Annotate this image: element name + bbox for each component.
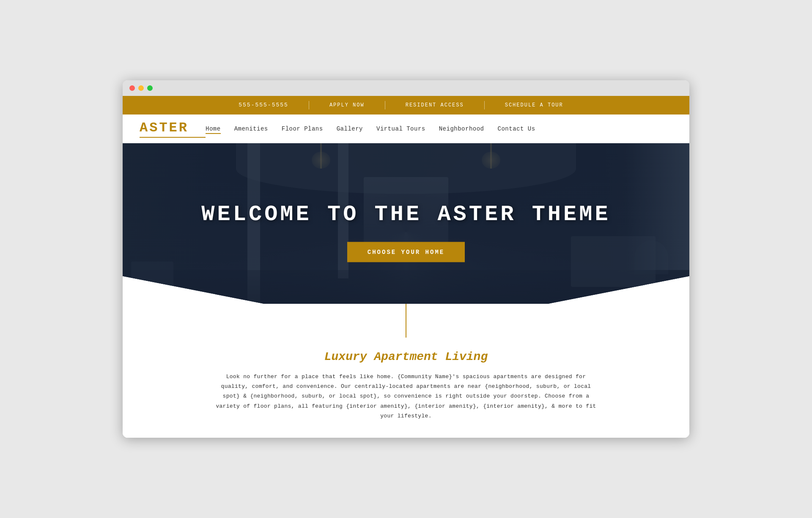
divider-section — [123, 304, 689, 338]
top-bar-divider-2 — [385, 101, 385, 109]
content-section: Luxury Apartment Living Look no further … — [123, 338, 689, 438]
vertical-divider — [406, 304, 406, 338]
top-bar: 555-555-5555 APPLY NOW RESIDENT ACCESS S… — [123, 96, 689, 115]
browser-chrome — [123, 80, 689, 96]
nav-link-amenities[interactable]: Amenities — [234, 125, 268, 132]
nav-link-gallery[interactable]: Gallery — [337, 125, 363, 132]
top-bar-divider-1 — [309, 101, 309, 109]
resident-access-link[interactable]: RESIDENT ACCESS — [395, 102, 474, 108]
nav-link-neighborhood[interactable]: Neighborhood — [439, 125, 484, 132]
navigation: ASTER Home Amenities Floor Plans Gallery… — [123, 115, 689, 143]
section-description: Look no further for a place that feels l… — [216, 372, 596, 421]
minimize-icon[interactable] — [138, 85, 144, 91]
website: 555-555-5555 APPLY NOW RESIDENT ACCESS S… — [123, 96, 689, 438]
browser-window: 555-555-5555 APPLY NOW RESIDENT ACCESS S… — [123, 80, 689, 438]
logo-container: ASTER — [140, 120, 206, 138]
top-bar-divider-3 — [484, 101, 485, 109]
site-logo[interactable]: ASTER — [140, 120, 189, 136]
nav-link-floor-plans[interactable]: Floor Plans — [282, 125, 323, 132]
hero-content: WELCOME TO THE ASTER THEME CHOOSE YOUR H… — [123, 202, 689, 262]
nav-link-virtual-tours[interactable]: Virtual Tours — [376, 125, 425, 132]
phone-number: 555-555-5555 — [239, 102, 299, 108]
nav-link-home[interactable]: Home — [206, 125, 221, 134]
section-title: Luxury Apartment Living — [140, 350, 672, 363]
schedule-tour-link[interactable]: SCHEDULE A TOUR — [495, 102, 573, 108]
close-icon[interactable] — [129, 85, 135, 91]
maximize-icon[interactable] — [147, 85, 153, 91]
main-nav: Home Amenities Floor Plans Gallery Virtu… — [206, 125, 535, 133]
apply-now-link[interactable]: APPLY NOW — [319, 102, 375, 108]
hero-section: WELCOME TO THE ASTER THEME CHOOSE YOUR H… — [123, 143, 689, 321]
hero-title: WELCOME TO THE ASTER THEME — [131, 202, 681, 226]
nav-link-contact[interactable]: Contact Us — [498, 125, 535, 132]
choose-home-button[interactable]: CHOOSE YOUR HOME — [347, 242, 465, 262]
logo-underline — [140, 137, 206, 138]
